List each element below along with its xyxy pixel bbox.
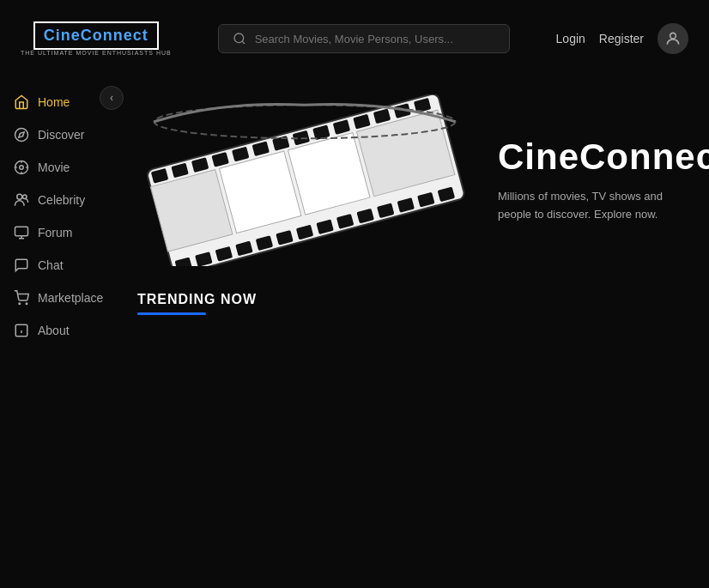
trending-underline [137,312,206,315]
logo: CineConnect THE ULTIMATE MOVIE ENTHUSIAS… [21,21,172,56]
marketplace-icon [14,290,29,306]
sidebar-item-forum[interactable]: Forum [0,216,112,249]
svg-point-11 [17,194,22,199]
svg-point-3 [15,129,28,142]
header-right: Login Register [556,23,688,54]
register-button[interactable]: Register [599,32,644,45]
hero-section: CineConnect Millions of movies, TV shows… [137,94,683,266]
user-icon [664,30,682,47]
movie-icon [14,160,29,175]
svg-line-1 [242,41,245,44]
trending-section: TRENDING NOW [137,292,683,315]
search-icon [233,32,246,45]
sidebar-item-about[interactable]: About [0,314,112,347]
svg-point-6 [20,166,24,170]
forum-icon [14,225,29,240]
avatar[interactable] [657,23,688,54]
sidebar-item-label: Celebrity [38,193,85,207]
about-icon [14,323,29,338]
logo-title: CineConnect [44,27,148,44]
sidebar-toggle[interactable]: ‹ [100,86,124,110]
main-layout: ‹ Home Discover Movie [0,77,709,588]
logo-subtitle: THE ULTIMATE MOVIE ENTHUSIASTS HUB [21,50,172,56]
home-icon [14,94,29,110]
sidebar-item-celebrity[interactable]: Celebrity [0,184,112,216]
sidebar-item-label: Forum [38,226,72,239]
sidebar-item-label: Movie [38,161,70,174]
header: CineConnect THE ULTIMATE MOVIE ENTHUSIAS… [0,0,709,77]
svg-point-2 [670,33,676,39]
sidebar-item-label: Discover [38,128,84,142]
main-content: CineConnect Millions of movies, TV shows… [112,77,709,588]
svg-point-0 [234,33,244,43]
sidebar-item-marketplace[interactable]: Marketplace [0,282,112,314]
celebrity-icon [14,192,29,208]
svg-point-17 [26,303,27,305]
sidebar-item-label: About [38,324,70,337]
svg-point-16 [19,303,21,305]
svg-marker-4 [19,132,24,137]
search-input[interactable] [255,33,495,45]
trending-title: TRENDING NOW [137,292,683,307]
hero-description: Millions of movies, TV shows and people … [498,188,687,224]
login-button[interactable]: Login [556,32,585,45]
sidebar-item-home[interactable]: Home [0,86,112,118]
sidebar-item-label: Home [38,95,70,109]
hero-title: CineConnect [498,136,709,178]
chat-icon [14,258,29,273]
sidebar-item-movie[interactable]: Movie [0,151,112,184]
sidebar-item-label: Marketplace [38,291,103,305]
film-reel-image [137,94,472,266]
discover-icon [14,127,29,142]
svg-rect-13 [15,227,28,236]
sidebar-item-chat[interactable]: Chat [0,249,112,282]
sidebar: ‹ Home Discover Movie [0,77,112,588]
sidebar-item-label: Chat [38,258,64,272]
logo-box: CineConnect [33,21,159,50]
sidebar-item-discover[interactable]: Discover [0,118,112,151]
search-bar[interactable] [218,24,510,53]
hero-text: CineConnect Millions of movies, TV shows… [498,136,709,224]
